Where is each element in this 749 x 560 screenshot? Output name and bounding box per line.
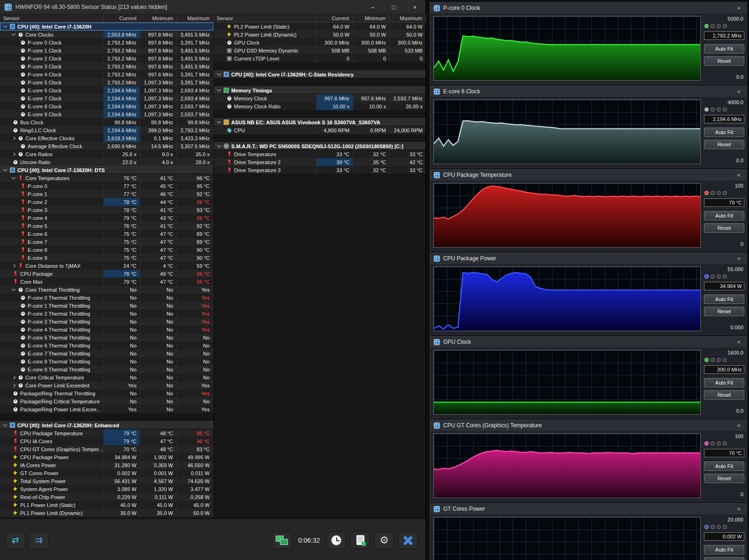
sensor-row[interactable]: P-core 3 Clock2,793.2 MHz997.6 MHz3,491.… (0, 62, 213, 70)
sensor-row[interactable]: P-core 576 °C41 °C92 °C (0, 222, 213, 230)
sensor-row[interactable]: System Agent Power3.085 W1.320 W3.477 W (0, 485, 213, 493)
reset-button[interactable]: Reset (704, 56, 744, 66)
auto-fit-button[interactable]: Auto Fit (704, 128, 744, 137)
sensor-row[interactable]: P-core 4 Clock2,793.2 MHz997.6 MHz3,391.… (0, 70, 213, 78)
sensor-row[interactable]: Package/Ring Thermal ThrottlingNoNoYes (0, 389, 213, 397)
chevron-down-icon[interactable] (217, 72, 221, 76)
sensor-row[interactable]: CPU GT Cores (Graphics) Temper...70 °C48… (0, 445, 213, 453)
graph-panel-titlebar[interactable]: GT Cores Power× (430, 503, 747, 515)
auto-fit-button[interactable]: Auto Fit (704, 211, 744, 220)
sensor-row[interactable]: Core Max79 °C47 °C96 °C (0, 278, 213, 286)
sensor-row[interactable]: PL1 Power Limit (Dynamic)35.0 W35.0 W50.… (0, 509, 213, 517)
reset-button[interactable]: Reset (704, 223, 744, 233)
style-dot[interactable] (717, 358, 721, 362)
nav-arrows-button[interactable]: ⇄ (6, 532, 25, 549)
sensor-row[interactable]: Bus Clock99.8 MHz99.8 MHz99.8 MHz (0, 118, 213, 126)
settings-button[interactable]: ⚙ (374, 532, 394, 549)
sensor-row[interactable]: Rest-of-Chip Power0.229 W0.111 W0.258 W (0, 493, 213, 501)
sensor-group-row[interactable]: CPU [#0]: Intel Core i7-13620H: DTS (0, 166, 213, 174)
sensor-row[interactable]: Current cTDP Level000 (214, 54, 425, 62)
header-current[interactable]: Current (316, 15, 353, 23)
series-color-dot[interactable] (704, 358, 709, 362)
sensor-row[interactable]: E-core 975 °C47 °C90 °C (0, 254, 213, 262)
sensor-row[interactable]: P-core 1 Clock2,793.2 MHz897.8 MHz3,491.… (0, 46, 213, 54)
close-button[interactable]: × (404, 0, 425, 14)
sensor-row[interactable]: Core Clocks2,553.8 MHz897.8 MHz3,491.5 M… (0, 30, 213, 38)
style-dot[interactable] (711, 274, 715, 279)
auto-fit-button[interactable]: Auto Fit (704, 545, 744, 554)
sensor-row[interactable]: Core Distance to TjMAX24 °C4 °C59 °C (0, 262, 213, 270)
series-color-dot[interactable] (704, 525, 709, 529)
auto-fit-button[interactable]: Auto Fit (704, 378, 744, 387)
close-icon[interactable]: × (734, 172, 743, 179)
sensor-row[interactable]: GPU D3D Memory Dynamic508 MB508 MB533 MB (214, 46, 425, 54)
sensor-row[interactable]: Drive Temperature33 °C32 °C33 °C (214, 150, 425, 158)
sensor-row[interactable]: GPU Clock300.0 MHz300.0 MHz300.0 MHz (214, 38, 425, 46)
sensor-row[interactable]: PL1 Power Limit (Static)45.0 W45.0 W45.0… (0, 501, 213, 509)
sensor-row[interactable]: E-core 9 Clock2,194.6 MHz1,097.3 MHz2,59… (0, 110, 213, 118)
header-minimum[interactable]: Minimum (140, 15, 177, 23)
close-icon[interactable]: × (734, 88, 743, 95)
sensor-row[interactable]: Total System Power56.431 W4.567 W74.635 … (0, 477, 213, 485)
style-dot[interactable] (711, 358, 715, 362)
sensor-row[interactable]: Core Critical TemperatureNoNoNo (0, 373, 213, 381)
sensor-row[interactable]: P-core 4 Thermal ThrottlingNoNoYes (0, 325, 213, 333)
chevron-right-icon[interactable] (12, 136, 15, 140)
header-sensor[interactable]: Sensor (213, 15, 316, 23)
chevron-down-icon[interactable] (3, 423, 7, 426)
sensor-row[interactable]: P-core 2 Thermal ThrottlingNoNoYes (0, 310, 213, 318)
sensor-row[interactable]: P-core 378 °C41 °C93 °C (0, 206, 213, 214)
chevron-down-icon[interactable] (12, 175, 15, 179)
close-icon[interactable]: × (734, 5, 743, 12)
close-icon[interactable]: × (734, 339, 743, 346)
style-dot[interactable] (717, 24, 721, 28)
sensor-row[interactable]: CPU Package Temperature79 °C48 °C96 °C (0, 429, 213, 437)
chevron-down-icon[interactable] (217, 120, 221, 123)
sensor-row[interactable]: Drive Temperature 239 °C35 °C42 °C (214, 158, 425, 166)
style-dot[interactable] (711, 525, 715, 529)
sensor-row[interactable]: Package/Ring Power Limit Excee...YesNoYe… (0, 405, 213, 413)
nav-double-arrows-button[interactable]: ⇉ (29, 532, 49, 549)
series-color-dot[interactable] (704, 441, 709, 446)
chevron-right-icon[interactable] (12, 375, 15, 379)
chevron-right-icon[interactable] (12, 264, 15, 267)
style-dot[interactable] (723, 525, 727, 529)
sensor-row[interactable]: E-core 8 Thermal ThrottlingNoNoNo (0, 357, 213, 365)
style-dot[interactable] (723, 358, 727, 362)
graph-panel-titlebar[interactable]: GPU Clock× (430, 336, 747, 348)
sensor-row[interactable]: IA Cores Power31.280 W0.359 W46.550 W (0, 461, 213, 469)
remote-monitoring-button[interactable] (272, 532, 292, 549)
chevron-right-icon[interactable] (12, 383, 15, 387)
style-dot[interactable] (723, 24, 727, 28)
graph-panel-titlebar[interactable]: CPU GT Cores (Graphics) Temperature× (430, 420, 747, 431)
clock-button[interactable] (326, 532, 346, 549)
header-sensor[interactable]: Sensor (0, 15, 104, 23)
style-dot[interactable] (717, 441, 721, 446)
sensor-row[interactable]: Core Ratios25.6 x9.0 x35.0 x (0, 150, 213, 158)
sensor-row[interactable]: Core Effective Clocks2,618.3 MHz0.1 MHz3… (0, 134, 213, 142)
sensor-row[interactable]: E-core 875 °C47 °C90 °C (0, 246, 213, 254)
sensor-row[interactable]: Memory Clock Ratio10.00 x10.00 x26.00 x (214, 102, 425, 110)
reset-button[interactable]: Reset (704, 557, 744, 560)
style-dot[interactable] (717, 107, 721, 112)
sensor-group-row[interactable]: S.M.A.R.T.: WD PC SN5000S SDEQNSJ-512G-1… (214, 142, 425, 150)
sensor-row[interactable]: CPU IA Cores79 °C47 °C96 °C (0, 437, 213, 445)
chevron-right-icon[interactable] (12, 152, 15, 156)
sensor-group-row[interactable]: CPU [#0]: Intel Core i7-13620H: Enhanced (0, 421, 213, 429)
graph-panel-titlebar[interactable]: CPU Package Power× (430, 253, 747, 264)
sensor-row[interactable]: E-core 675 °C47 °C89 °C (0, 230, 213, 238)
style-dot[interactable] (723, 107, 727, 112)
style-dot[interactable] (711, 441, 715, 446)
sensor-row[interactable]: Core Thermal ThrottlingNoNoYes (0, 286, 213, 294)
sensor-row[interactable]: P-core 1 Thermal ThrottlingNoNoYes (0, 302, 213, 310)
reset-button[interactable]: Reset (704, 307, 744, 316)
sensor-row[interactable]: GT Cores Power0.002 W0.001 W0.011 W (0, 469, 213, 477)
sensor-row[interactable]: P-core 5 Thermal ThrottlingNoNoNo (0, 333, 213, 341)
reset-button[interactable]: Reset (704, 474, 744, 483)
chevron-down-icon[interactable] (217, 88, 221, 91)
sensor-row[interactable]: Package/Ring Critical TemperatureNoNoNo (0, 397, 213, 405)
series-color-dot[interactable] (704, 191, 709, 195)
series-color-dot[interactable] (704, 274, 709, 279)
sensor-row[interactable]: E-core 775 °C47 °C89 °C (0, 238, 213, 246)
sensor-row[interactable]: Memory Clock997.6 MHz997.6 MHz2,593.7 MH… (214, 94, 425, 102)
